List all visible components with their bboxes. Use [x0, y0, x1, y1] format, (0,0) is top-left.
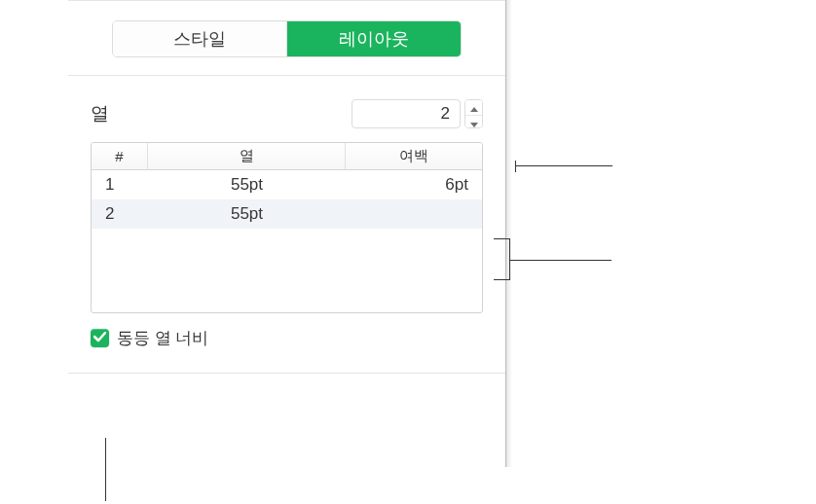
columns-header-row: 열 — [91, 99, 483, 128]
stepper-up-button[interactable] — [465, 100, 482, 115]
columns-label: 열 — [91, 101, 109, 126]
tab-layout[interactable]: 레이아웃 — [286, 21, 461, 56]
table-row[interactable]: 2 55pt — [92, 199, 482, 229]
checkmark-icon — [93, 331, 106, 345]
callout-leader — [105, 438, 106, 501]
col-header-gutter[interactable]: 여백 — [346, 143, 482, 169]
cell-width: 55pt — [148, 175, 346, 195]
cell-gutter: 6pt — [346, 175, 482, 195]
column-count-input[interactable] — [352, 99, 461, 128]
table-row[interactable]: 1 55pt 6pt — [92, 170, 482, 199]
equal-width-label: 동등 열 너비 — [117, 327, 208, 349]
tab-bar: 스타일 레이아웃 — [68, 0, 505, 76]
columns-section: 열 # — [68, 76, 505, 374]
callout-leader — [494, 238, 510, 280]
col-header-width[interactable]: 열 — [148, 143, 346, 169]
col-header-index[interactable]: # — [92, 143, 148, 169]
equal-width-checkbox[interactable] — [91, 329, 109, 347]
chevron-down-icon — [470, 116, 478, 128]
tab-style[interactable]: 스타일 — [113, 21, 286, 56]
stepper-buttons — [464, 99, 483, 128]
cell-index: 1 — [92, 175, 148, 195]
stepper-down-button[interactable] — [465, 115, 482, 128]
cell-index: 2 — [92, 204, 148, 224]
callout-leader — [510, 260, 612, 261]
callout-leader — [515, 165, 612, 166]
table-body: 1 55pt 6pt 2 55pt — [92, 170, 482, 229]
panel-shadow — [506, 0, 512, 467]
columns-table: # 열 여백 1 55pt 6pt 2 55pt — [91, 142, 483, 313]
cell-width: 55pt — [148, 204, 346, 224]
table-header: # 열 여백 — [92, 143, 482, 170]
chevron-up-icon — [470, 100, 478, 115]
segmented-control: 스타일 레이아웃 — [112, 20, 462, 57]
column-count-stepper — [352, 99, 483, 128]
layout-inspector-panel: 스타일 레이아웃 열 — [68, 0, 506, 467]
equal-width-row: 동등 열 너비 — [91, 327, 483, 349]
